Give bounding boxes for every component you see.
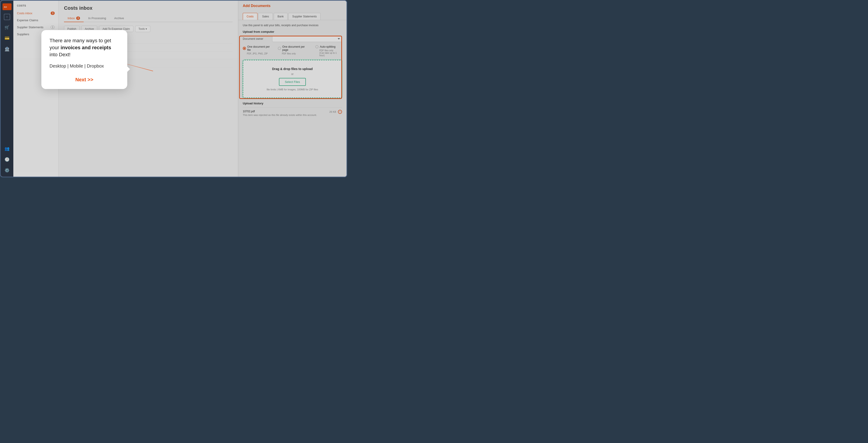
file-limits-text: file limits | 6MB for images, 100MB for … xyxy=(248,88,337,91)
sidebar-users-icon[interactable]: 👥 xyxy=(3,145,11,152)
tab-inbox-label: Inbox xyxy=(68,16,75,20)
tab-in-processing-label: In Processing xyxy=(88,16,106,20)
nav-costs-inbox-badge: 3 xyxy=(51,11,55,15)
tab-in-processing[interactable]: In Processing xyxy=(85,15,110,22)
select-files-button[interactable]: Select Files xyxy=(279,78,306,86)
radio-auto-splitting-sub: PDF files only(Can take up to 1 hour) xyxy=(319,49,342,57)
radio-one-per-page-label: One document per page xyxy=(278,45,311,52)
sidebar-bottom: 👥 🕐 ⚙️ xyxy=(3,145,11,174)
history-item-error-icon: ! xyxy=(338,110,342,114)
history-item-name: 10702.pdf xyxy=(243,110,317,113)
doc-tab-sales[interactable]: Sales xyxy=(258,13,273,20)
drop-zone-title: Drag & drop files to upload xyxy=(248,67,337,71)
radio-one-per-page[interactable]: One document per page PDF files only xyxy=(278,45,311,57)
doc-tab-bank[interactable]: Bank xyxy=(274,13,287,20)
radio-auto-splitting[interactable]: Auto-splitting PDF files only(Can take u… xyxy=(315,45,342,57)
upload-section-label: Upload from computer xyxy=(243,30,342,33)
sidebar-card-icon[interactable]: 💳 xyxy=(3,35,11,42)
svg-text:dxt: dxt xyxy=(4,6,7,8)
tools-button-label: Tools ▾ xyxy=(138,27,147,31)
sidebar-settings-icon[interactable]: ⚙️ xyxy=(3,167,11,174)
right-panel: Add Documents Costs Sales Bank Supplier … xyxy=(238,1,346,177)
history-item: 10702.pdf This item was rejected as this… xyxy=(243,107,342,118)
right-panel-header: Add Documents xyxy=(238,1,346,13)
sidebar-cart-icon[interactable]: 🛒 xyxy=(3,24,11,31)
right-panel-title: Add Documents xyxy=(243,4,342,8)
upload-history-title: Upload history xyxy=(243,102,342,105)
tab-inbox-badge: 3 xyxy=(76,16,80,20)
nav-supplier-statements-badge: 1 xyxy=(51,26,55,29)
left-panel-title: COSTS xyxy=(13,4,58,10)
sidebar-history-icon[interactable]: 🕐 xyxy=(3,156,11,163)
nav-expense-claims-label: Expense Claims xyxy=(17,19,38,22)
add-button[interactable]: + xyxy=(4,14,10,20)
history-item-size: 26 KB xyxy=(329,110,336,113)
right-panel-body: Use this panel to add your bills, receip… xyxy=(238,20,346,177)
document-owner-select[interactable] xyxy=(272,36,342,42)
tools-button[interactable]: Tools ▾ xyxy=(135,26,150,32)
nav-expense-claims[interactable]: Expense Claims xyxy=(13,17,58,24)
app-container: dxt + 🛒 💳 🏦 👥 🕐 ⚙️ COSTS Costs inbox 3 E… xyxy=(0,0,347,177)
radio-auto-splitting-label: Auto-splitting xyxy=(315,45,342,48)
radio-one-per-page-sub: PDF files only xyxy=(282,53,311,55)
drop-zone-or: or xyxy=(248,72,337,76)
radio-one-per-page-circle xyxy=(278,47,281,50)
doc-tab-supplier-statements[interactable]: Supplier Statements xyxy=(288,13,320,20)
page-title: Costs inbox xyxy=(64,5,232,11)
tooltip-next-button[interactable]: Next >> xyxy=(50,77,119,83)
document-owner-label: Document owner xyxy=(243,37,270,40)
radio-group: One document per file PDF, JPG, PNG, ZIP… xyxy=(243,45,342,57)
nav-supplier-statements-label: Supplier Statements xyxy=(17,26,43,29)
nav-supplier-statements[interactable]: Supplier Statements 1 xyxy=(13,24,58,31)
radio-one-per-file[interactable]: One document per file PDF, JPG, PNG, ZIP xyxy=(243,45,273,57)
history-item-info: 10702.pdf This item was rejected as this… xyxy=(243,110,317,116)
nav-suppliers-label: Suppliers xyxy=(17,33,29,36)
sidebar-bank-icon[interactable]: 🏦 xyxy=(3,45,11,53)
radio-auto-splitting-circle xyxy=(315,45,318,48)
tab-inbox[interactable]: Inbox 3 xyxy=(64,15,84,22)
history-item-desc: This item was rejected as this file alre… xyxy=(243,114,317,116)
tooltip-main-text: There are many ways to get your invoices… xyxy=(50,37,119,58)
info-text: Use this panel to add your bills, receip… xyxy=(243,24,342,27)
drop-zone[interactable]: Drag & drop files to upload or Select Fi… xyxy=(243,60,342,98)
history-item-meta: 26 KB ! xyxy=(329,110,342,114)
document-owner-row: Document owner xyxy=(243,36,342,42)
doc-type-tabs: Costs Sales Bank Supplier Statements xyxy=(238,13,346,20)
nav-costs-inbox-label: Costs inbox xyxy=(17,11,32,15)
tab-archive[interactable]: Archive xyxy=(111,15,127,22)
tabs-bar: Inbox 3 In Processing Archive xyxy=(64,15,232,22)
radio-one-per-file-sub: PDF, JPG, PNG, ZIP xyxy=(247,53,273,55)
doc-tab-costs[interactable]: Costs xyxy=(243,13,257,20)
tooltip-card[interactable]: There are many ways to get your invoices… xyxy=(41,30,127,89)
tooltip-subtitle: Desktop | Mobile | Dropbox xyxy=(50,64,119,69)
tab-archive-label: Archive xyxy=(114,16,124,20)
nav-costs-inbox[interactable]: Costs inbox 3 xyxy=(13,10,58,17)
sidebar: dxt + 🛒 💳 🏦 👥 🕐 ⚙️ xyxy=(1,1,13,177)
radio-one-per-file-label: One document per file xyxy=(243,45,273,52)
radio-one-per-file-circle xyxy=(243,47,246,50)
app-logo: dxt xyxy=(2,3,11,10)
